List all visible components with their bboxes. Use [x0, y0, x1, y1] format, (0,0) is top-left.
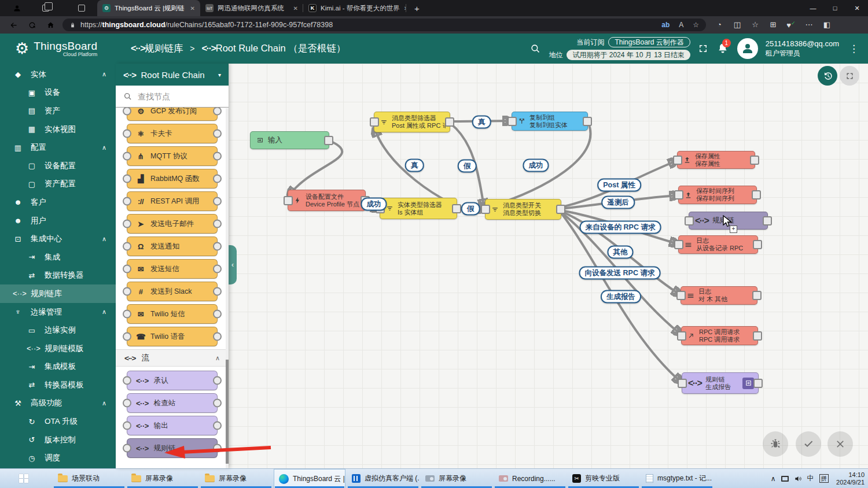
maximize-button[interactable]: □: [824, 0, 846, 16]
sidebar-toggle-icon[interactable]: ◧: [821, 20, 833, 29]
palette-collapse-handle[interactable]: ‹: [229, 245, 237, 284]
palette-node[interactable]: :// REST API 调用: [127, 191, 218, 211]
search-input[interactable]: [138, 92, 213, 101]
node-message-type-filter[interactable]: 消息类型筛选器Post 属性或 RPC 请求: [374, 112, 450, 132]
ime-mode[interactable]: 拼: [819, 474, 829, 483]
sidebar-item[interactable]: ⚒ 高级功能 ∧: [0, 394, 116, 413]
sidebar-item[interactable]: ⇄ 数据转换器: [0, 267, 116, 285]
subscription-badge[interactable]: ThingsBoard 云制作器: [608, 37, 690, 47]
address-bar[interactable]: https://thingsboard.cloud/ruleChains/165…: [62, 19, 706, 31]
node-entity-type-filter[interactable]: 实体类型筛选器Is 实体组: [380, 198, 457, 219]
node-log-other[interactable]: 日志对 木 其他: [681, 286, 757, 305]
taskbar-app-thingsboard[interactable]: ThingsBoard 云 |...: [274, 469, 345, 488]
network-icon[interactable]: [781, 476, 789, 482]
kebab-menu-icon[interactable]: ⋮: [847, 43, 861, 55]
sidebar-item[interactable]: ◆ 实体 ∧: [0, 65, 116, 84]
copilot-icon[interactable]: ◔: [713, 20, 726, 29]
search-icon[interactable]: [530, 43, 541, 54]
taskbar-app-scene-link[interactable]: 场景联动: [53, 469, 125, 488]
edge-label[interactable]: 生成报告: [601, 290, 641, 304]
ime-language[interactable]: 中: [807, 474, 814, 483]
edge-label[interactable]: 真: [472, 116, 491, 129]
palette-node[interactable]: # 发送到 Slack: [127, 282, 218, 301]
new-tab-button[interactable]: +: [414, 3, 420, 13]
minimize-button[interactable]: —: [802, 0, 824, 16]
palette-node[interactable]: ⚛ 卡夫卡: [127, 124, 218, 143]
collections-icon[interactable]: ⊞: [767, 20, 779, 29]
taskbar-app-jianying[interactable]: ✂ 剪映专业版: [568, 469, 639, 488]
taskbar-app-notepad[interactable]: msgtype.txt - 记...: [641, 469, 713, 488]
sidebar-item[interactable]: ⇥ 集成模板: [0, 358, 116, 376]
node-input[interactable]: 输入: [250, 131, 329, 149]
account-info[interactable]: 2511418386@qq.com 租户管理员: [766, 39, 839, 58]
sidebar-item[interactable]: ◷ 调度: [0, 449, 116, 467]
tab-close-icon[interactable]: ✕: [293, 5, 298, 12]
node-message-type-switch[interactable]: 消息类型开关消息类型切换: [485, 199, 561, 220]
sidebar-item[interactable]: ⇄ 转换器模板: [0, 376, 116, 394]
sidebar-item[interactable]: ▣ 设备: [0, 84, 116, 102]
favorites-icon[interactable]: ☆: [749, 20, 762, 29]
fullscreen-icon[interactable]: [698, 43, 708, 54]
browser-profile-icon[interactable]: [9, 2, 24, 14]
palette-node[interactable]: <··> 检查站: [127, 393, 218, 413]
flow-section-header[interactable]: <··> 流 ∧: [116, 349, 229, 367]
sidebar-item[interactable]: ▥ 配置 ∧: [0, 138, 116, 157]
edge-label[interactable]: 真: [405, 159, 424, 172]
tab-thingsboard[interactable]: ⚙ ThingsBoard 云 |规则链 ✕: [97, 0, 200, 16]
tab-iot-sim[interactable]: IoT 网迅通物联网仿真系统 ✕: [200, 0, 303, 16]
browser-essentials-icon[interactable]: ♥✓: [785, 20, 797, 29]
sidebar-item[interactable]: ⊡ 集成中心 ∧: [0, 230, 116, 248]
expand-canvas-button[interactable]: [840, 66, 859, 86]
debug-button[interactable]: [763, 431, 788, 457]
edge-label[interactable]: 假: [458, 160, 477, 173]
edge-label[interactable]: 假: [461, 202, 480, 216]
edge-label[interactable]: 来自设备的 RPC 请求: [580, 221, 661, 234]
workspaces-icon[interactable]: [38, 2, 53, 14]
palette-node[interactable]: ➤ 发送电子邮件: [127, 214, 218, 234]
breadcrumb-rulechains-link[interactable]: <··>规则链库: [131, 42, 183, 55]
palette-search[interactable]: [116, 86, 229, 108]
sidebar-item[interactable]: ↺ 版本控制: [0, 431, 116, 449]
palette-node[interactable]: <··> 规则链: [127, 438, 218, 458]
sidebar-item[interactable]: <··> 规则链模版: [0, 339, 116, 358]
taskbar-app-screen-record-3[interactable]: 屏幕录像: [421, 469, 492, 488]
sidebar-item[interactable]: ⇥ 集成: [0, 248, 116, 267]
palette-node[interactable]: <··> 输出: [127, 416, 218, 435]
palette-node[interactable]: Ω 发送通知: [127, 236, 218, 256]
palette-scrollbar[interactable]: [226, 108, 229, 468]
sidebar-item[interactable]: <··> 规则链库: [0, 284, 116, 303]
home-icon[interactable]: [42, 18, 59, 32]
palette-node[interactable]: ✉ Twilio 短信: [127, 304, 218, 324]
rule-chain-canvas[interactable]: 输入 消息类型筛选器Post 属性或 RPC 请求 复制到组复制到组实体 设备配…: [229, 64, 868, 468]
node-copy-to-group[interactable]: 复制到组复制到组实体: [512, 112, 588, 131]
notifications-bell-icon[interactable]: 1: [716, 43, 730, 54]
palette-header[interactable]: <··> Root Rule Chain ▾: [116, 64, 229, 86]
node-device-profile[interactable]: 设备配置文件Device Profile 节点: [288, 190, 366, 211]
edge-label[interactable]: 成功: [523, 159, 549, 172]
node-save-attributes[interactable]: 保存属性保存属性: [677, 151, 755, 169]
node-rule-chain-report[interactable]: <··> 规则链生成报告: [682, 372, 759, 394]
sidebar-item[interactable]: ↻ OTA 升级: [0, 412, 116, 431]
edge-label[interactable]: 其他: [608, 246, 634, 259]
open-rule-chain-icon[interactable]: [742, 378, 754, 389]
sidebar-item[interactable]: ▢ 资产配置: [0, 175, 116, 194]
node-log-rpc[interactable]: 日志从设备记录 RPC: [678, 235, 758, 254]
close-button[interactable]: ✕: [846, 0, 868, 16]
taskbar-app-sim-client[interactable]: 虚拟仿真客户端 (...: [347, 469, 419, 488]
edge-label[interactable]: 成功: [361, 198, 387, 211]
palette-node[interactable]: ✉ 发送短信: [127, 259, 218, 279]
edge-label[interactable]: 向设备发送 RPC 请求: [579, 267, 661, 280]
taskbar-app-recording[interactable]: Recording......: [494, 469, 566, 488]
reload-icon[interactable]: [23, 18, 41, 32]
thingsboard-logo[interactable]: ⚙ ThingsBoard Cloud Platform: [0, 40, 120, 57]
read-aloud-icon[interactable]: A: [679, 21, 683, 29]
edge-label[interactable]: 遥测后: [601, 196, 635, 209]
discard-changes-button[interactable]: [827, 431, 853, 457]
apply-changes-button[interactable]: [796, 431, 821, 457]
sidebar-item[interactable]: ▤ 资产: [0, 102, 116, 120]
tab-actions-icon[interactable]: [74, 2, 89, 14]
tab-kimi[interactable]: K Kimi.ai - 帮你看更大的世界 ✕: [303, 0, 406, 16]
sidebar-item[interactable]: ▢ 设备配置: [0, 157, 116, 175]
palette-node[interactable]: <··> 承认: [127, 371, 218, 390]
tab-close-icon[interactable]: ✕: [404, 5, 406, 12]
